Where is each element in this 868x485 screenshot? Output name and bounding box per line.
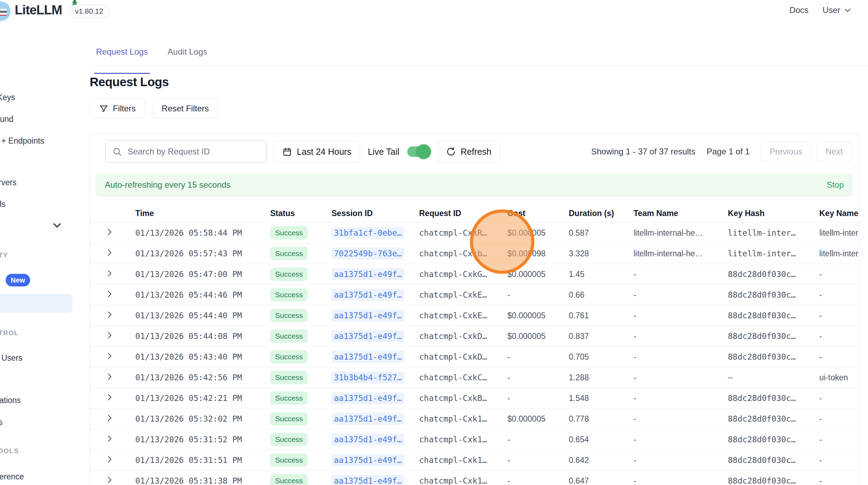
sidebar-item-models-endpoints[interactable]: + Endpoints xyxy=(1,136,44,146)
tab-request-logs[interactable]: Request Logs xyxy=(94,45,150,65)
sidebar-collapse-chevron-icon[interactable] xyxy=(52,220,62,230)
session-id-link[interactable]: aa1375d1-e49f… xyxy=(332,268,404,280)
table-row[interactable]: 01/13/2026 05:58:44 PM Success 31bfa1cf-… xyxy=(90,223,859,243)
user-menu[interactable]: User xyxy=(822,5,852,15)
tab-audit-logs[interactable]: Audit Logs xyxy=(165,45,209,65)
brand-title: LiteLLM xyxy=(15,3,62,18)
table-row[interactable]: 01/13/2026 05:42:21 PM Success aa1375d1-… xyxy=(90,388,859,409)
sidebar-item-guardrails[interactable]: ils xyxy=(0,200,6,209)
time-range-label: Last 24 Hours xyxy=(297,147,351,157)
session-cell: aa1375d1-e49f… xyxy=(332,285,419,305)
table-row[interactable]: 01/13/2026 05:32:02 PM Success aa1375d1-… xyxy=(90,409,859,429)
team-name-cell: - xyxy=(634,285,728,305)
expand-row-icon[interactable] xyxy=(105,331,114,339)
request-id-cell: chatcmpl-CxkC… xyxy=(419,367,507,388)
expand-row-icon[interactable] xyxy=(105,249,114,257)
expand-row-icon[interactable] xyxy=(105,455,114,463)
docs-link[interactable]: Docs xyxy=(790,5,809,15)
page-indicator: Page 1 of 1 xyxy=(707,147,750,157)
status-badge: Success xyxy=(270,453,308,467)
stop-auto-refresh-link[interactable]: Stop xyxy=(827,180,844,190)
team-name-cell: litellm-internal-he… xyxy=(634,223,728,243)
key-hash-cell: 88dc28d0f030c… xyxy=(728,326,819,347)
sidebar-item-teams[interactable]: s xyxy=(0,418,3,427)
sidebar-item-virtual-keys[interactable]: Keys xyxy=(0,93,15,102)
refresh-icon xyxy=(446,147,456,157)
expand-row-icon[interactable] xyxy=(105,476,114,484)
status-cell: Success xyxy=(270,285,332,305)
sidebar-item-playground[interactable]: und xyxy=(0,115,13,124)
table-row[interactable]: 01/13/2026 05:57:43 PM Success 7022549b-… xyxy=(90,243,859,264)
train-icon xyxy=(0,6,8,18)
expand-cell xyxy=(90,450,135,471)
table-row[interactable]: 01/13/2026 05:43:40 PM Success aa1375d1-… xyxy=(90,347,859,367)
expand-row-icon[interactable] xyxy=(105,414,114,422)
key-hash-cell: 88dc28d0f030c… xyxy=(728,347,819,367)
reset-filters-button[interactable]: Reset Filters xyxy=(152,99,218,118)
sidebar-item-organizations[interactable]: ations xyxy=(0,396,21,405)
sidebar-item-internal-users[interactable]: Users xyxy=(1,353,22,363)
table-row[interactable]: 01/13/2026 05:31:51 PM Success aa1375d1-… xyxy=(90,450,859,471)
filters-button[interactable]: Filters xyxy=(90,99,145,118)
expand-row-icon[interactable] xyxy=(105,311,114,319)
col-duration: Duration (s) xyxy=(569,204,634,223)
logs-card: Last 24 Hours Live Tail Refresh S xyxy=(90,133,859,485)
session-id-link[interactable]: aa1375d1-e49f… xyxy=(332,351,404,363)
duration-cell: 0.642 xyxy=(569,450,634,471)
live-tail-toggle[interactable] xyxy=(407,146,430,157)
expand-row-icon[interactable] xyxy=(105,269,114,277)
sidebar-item-servers[interactable]: rvers xyxy=(0,178,16,187)
table-row[interactable]: 01/13/2026 05:44:40 PM Success aa1375d1-… xyxy=(90,305,859,326)
table-row[interactable]: 01/13/2026 05:44:08 PM Success aa1375d1-… xyxy=(90,326,859,347)
live-tail-control: Live Tail xyxy=(368,146,430,157)
table-row[interactable]: 01/13/2026 05:31:52 PM Success aa1375d1-… xyxy=(90,429,859,450)
litellm-app: LiteLLM v1.80.12 Docs User Keys und + En… xyxy=(0,0,868,485)
expand-row-icon[interactable] xyxy=(105,373,114,381)
session-cell: aa1375d1-e49f… xyxy=(332,388,419,409)
time-cell: 01/13/2026 05:31:51 PM xyxy=(135,450,270,471)
session-id-link[interactable]: aa1375d1-e49f… xyxy=(332,413,404,425)
session-id-link[interactable]: aa1375d1-e49f… xyxy=(332,454,404,466)
time-range-button[interactable]: Last 24 Hours xyxy=(274,140,360,163)
session-id-link[interactable]: aa1375d1-e49f… xyxy=(332,330,404,342)
session-id-link[interactable]: aa1375d1-e49f… xyxy=(332,475,404,485)
table-row[interactable]: 01/13/2026 05:47:00 PM Success aa1375d1-… xyxy=(90,264,859,285)
expand-cell xyxy=(90,429,135,450)
status-cell: Success xyxy=(270,223,332,243)
session-id-link[interactable]: aa1375d1-e49f… xyxy=(332,434,404,445)
key-hash-cell: litellm-inter… xyxy=(728,223,819,243)
duration-cell: 0.705 xyxy=(569,347,634,367)
refresh-button[interactable]: Refresh xyxy=(437,140,500,163)
session-cell: aa1375d1-e49f… xyxy=(332,429,419,450)
search-input[interactable] xyxy=(105,140,267,163)
cost-cell: - xyxy=(507,471,569,485)
session-id-link[interactable]: 7022549b-763e… xyxy=(332,248,404,259)
duration-cell: 1.288 xyxy=(569,367,634,388)
expand-row-icon[interactable] xyxy=(105,435,114,443)
sidebar-item-logs-selected[interactable] xyxy=(0,294,72,313)
cost-cell: $0.000005 xyxy=(507,326,569,347)
key-hash-cell: 88dc28d0f030c… xyxy=(728,409,819,429)
expand-row-icon[interactable] xyxy=(105,290,114,298)
table-row[interactable]: 01/13/2026 05:31:38 PM Success aa1375d1-… xyxy=(90,471,859,485)
session-id-link[interactable]: aa1375d1-e49f… xyxy=(332,289,404,301)
user-menu-label: User xyxy=(822,5,840,15)
key-name-cell: - xyxy=(819,388,859,409)
reset-filters-label: Reset Filters xyxy=(162,104,209,113)
time-cell: 01/13/2026 05:31:52 PM xyxy=(135,429,270,450)
status-badge: Success xyxy=(270,474,308,485)
key-name-cell: - xyxy=(819,429,859,450)
session-id-link[interactable]: aa1375d1-e49f… xyxy=(332,310,404,321)
session-id-link[interactable]: 31b3b4b4-f527… xyxy=(332,372,404,383)
next-page-button[interactable]: Next xyxy=(817,142,852,161)
sidebar-item-api-reference[interactable]: erence xyxy=(0,472,24,481)
session-id-link[interactable]: 31bfa1cf-0ebe… xyxy=(332,227,404,239)
expand-row-icon[interactable] xyxy=(105,352,114,360)
expand-row-icon[interactable] xyxy=(105,393,114,401)
previous-page-button[interactable]: Previous xyxy=(761,142,811,161)
table-row[interactable]: 01/13/2026 05:44:46 PM Success aa1375d1-… xyxy=(90,285,859,305)
session-id-link[interactable]: aa1375d1-e49f… xyxy=(332,392,404,404)
team-name-cell: - xyxy=(634,388,728,409)
table-row[interactable]: 01/13/2026 05:42:56 PM Success 31b3b4b4-… xyxy=(90,367,859,388)
expand-row-icon[interactable] xyxy=(105,228,114,236)
